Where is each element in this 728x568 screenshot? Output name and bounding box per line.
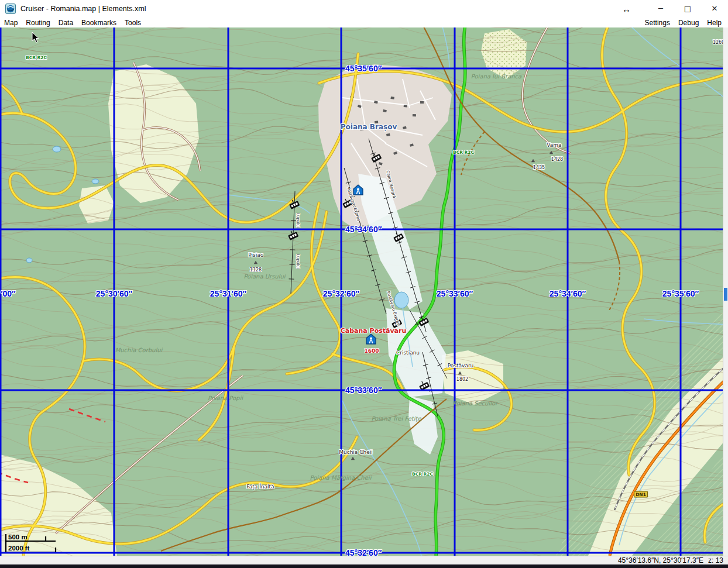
- route-ref-label: BCR R2C: [26, 55, 47, 60]
- area-label: Poiana Secuilor: [453, 400, 497, 407]
- grid-label-lon: 25°33′60″: [437, 289, 473, 298]
- scale-metric-label: 500 m: [8, 533, 28, 541]
- menu-map[interactable]: Map: [0, 18, 22, 27]
- area-label: Poiana lui Branca: [471, 73, 521, 80]
- grid-label-lon: 25°30′60″: [96, 289, 132, 298]
- grid-label-lon: 25°35′60″: [662, 289, 699, 298]
- menu-settings[interactable]: Settings: [641, 18, 674, 27]
- app-logo-icon: [5, 4, 16, 14]
- area-label: Poiana Trei Fetițe: [371, 415, 421, 422]
- grid-label-lat: 45°32′60″: [345, 548, 382, 556]
- route-ref-label: BCR R2C: [453, 150, 474, 155]
- area-label: Poiana Mărgina Cheii: [310, 474, 372, 481]
- grid-label-lat: 45°33′60″: [345, 385, 382, 395]
- scrollbar-thumb[interactable]: [724, 288, 727, 301]
- peak-elevation: 1128: [250, 267, 262, 273]
- menu-tools[interactable]: Tools: [121, 18, 145, 27]
- scale-imperial-label: 2000 ft: [8, 545, 30, 552]
- area-label: Muchia Corbului: [115, 347, 163, 353]
- grid-label-lon: 25°34′60″: [550, 289, 586, 298]
- mouse-cursor: [32, 32, 41, 43]
- cursor-coordinates: 45°36′13.6″N, 25°30′17.3″E: [618, 556, 703, 564]
- maximize-button[interactable]: □: [674, 0, 701, 18]
- place-label: Pisiac: [248, 252, 263, 258]
- town-label: Poiana Brașov: [341, 123, 397, 131]
- grid-label-lat: 45°35′60″: [345, 64, 382, 73]
- zoom-level: z: 13: [708, 556, 723, 564]
- place-label: Cristianu: [396, 350, 420, 356]
- menu-debug[interactable]: Debug: [674, 18, 703, 27]
- cabana-elevation: 1600: [364, 348, 379, 354]
- road-ref-badge: DN1: [634, 491, 648, 498]
- area-label: Poiana Ursului: [243, 273, 285, 280]
- grid-label-lon: 25°32′60″: [323, 289, 359, 298]
- map-viewport[interactable]: 500 m 2000 ft 45°35′60″ 45°34′60″ 45°33′…: [0, 27, 728, 556]
- minimize-button[interactable]: ─: [647, 0, 674, 18]
- cabana-label: Cabana Postăvaru: [341, 327, 407, 335]
- map-vertical-scrollbar[interactable]: [723, 27, 728, 556]
- lift-name-label: Lupului: [296, 213, 300, 228]
- statusbar: 45°36′13.6″N, 25°30′17.3″E z: 13: [0, 556, 728, 564]
- place-label: Postăvaru: [448, 363, 474, 369]
- bottom-strip: [0, 564, 728, 568]
- menu-bookmarks[interactable]: Bookmarks: [77, 18, 121, 27]
- menu-help[interactable]: Help: [703, 18, 726, 27]
- window-title: Cruiser - Romania.map | Elements.xml: [20, 5, 146, 13]
- resize-indicator-icon: ↔: [622, 4, 631, 14]
- titlebar: Cruiser - Romania.map | Elements.xml ↔ ─…: [0, 0, 728, 18]
- grid-label-lat: 45°34′60″: [345, 225, 382, 234]
- grid-label-lon: 25°31′60″: [210, 289, 246, 298]
- place-label: Muchia Cheii: [339, 449, 373, 455]
- menubar: Map Routing Data Bookmarks Tools Setting…: [0, 18, 728, 27]
- peak-elevation: 1435: [533, 165, 545, 170]
- peak-elevation: 1428: [551, 157, 563, 162]
- route-ref-label: BCR R2C: [412, 471, 433, 477]
- place-label: Fața Înaltă: [246, 484, 274, 490]
- peak-elevation: 1802: [456, 377, 468, 382]
- lift-name-label: Lupului: [296, 254, 300, 268]
- place-label: Vama: [547, 142, 561, 148]
- grid-label-lon: ′00″: [1, 289, 16, 298]
- menu-routing[interactable]: Routing: [22, 18, 54, 27]
- menu-data[interactable]: Data: [54, 18, 77, 27]
- area-label: Poiana Popii: [208, 395, 243, 401]
- close-button[interactable]: ✕: [701, 0, 728, 18]
